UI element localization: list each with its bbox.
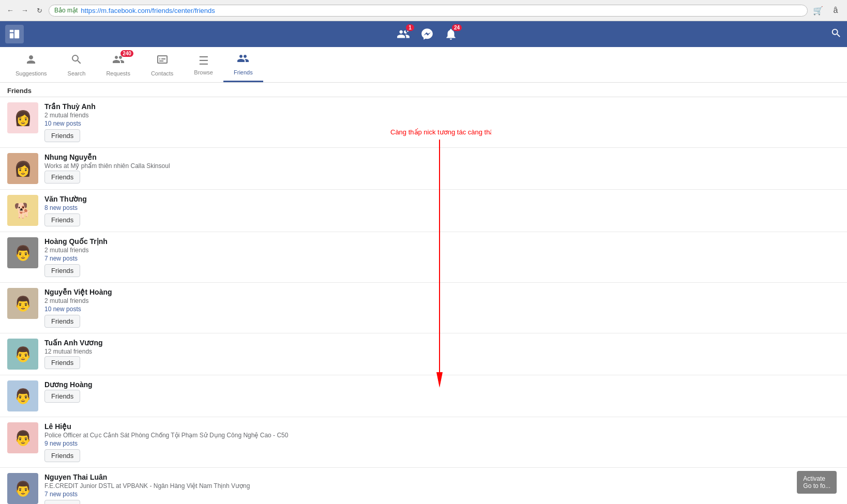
requests-badge: 240 <box>120 50 133 57</box>
friend-item: 👨 Tuấn Anh Vương 12 mutual friends Frien… <box>0 333 847 375</box>
friends-button[interactable]: Friends <box>44 449 80 462</box>
friend-list: 👩 Trần Thuỳ Anh 2 mutual friends 10 new … <box>0 97 847 504</box>
friend-meta: 2 mutual friends <box>44 112 840 119</box>
browse-label: Browse <box>194 69 213 75</box>
friend-new-posts[interactable]: 10 new posts <box>44 120 840 127</box>
friend-new-posts[interactable]: 7 new posts <box>44 491 840 498</box>
address-bar[interactable]: Bảo mật https://m.facebook.com/friends/c… <box>49 5 808 17</box>
friend-item: 👨 Nguyễn Việt Hoàng 2 mutual friends 10 … <box>0 283 847 333</box>
friend-item: 👨 Hoàng Quốc Trịnh 2 mutual friends 7 ne… <box>0 232 847 283</box>
fb-nav: Suggestions Search 240 Requests Contacts… <box>0 47 847 83</box>
messenger-icon[interactable] <box>420 27 434 41</box>
friends-button[interactable]: Friends <box>44 129 80 142</box>
browser-bar: ← → ↻ Bảo mật https://m.facebook.com/fri… <box>0 0 847 21</box>
friends-nav-label: Friends <box>234 69 253 75</box>
friend-avatar: 👩 <box>7 153 38 184</box>
friends-button[interactable]: Friends <box>44 500 80 504</box>
activate-watermark: ActivateGo to fo... <box>797 471 837 494</box>
svg-rect-1 <box>10 33 13 38</box>
notifications-badge: 24 <box>452 24 462 31</box>
friend-info: Nguyen Thai Luân F.E.CREDIT Junior DSTL … <box>44 473 840 504</box>
friend-info: Lê Hiệu Police Officer at Cục Cảnh Sát P… <box>44 422 840 462</box>
friends-button[interactable]: Friends <box>44 171 80 184</box>
ssl-badge: Bảo mật <box>54 7 78 14</box>
friend-name: Tuấn Anh Vương <box>44 339 840 347</box>
nav-search-icon <box>70 53 83 69</box>
requests-label: Requests <box>106 70 130 77</box>
friends-button[interactable]: Friends <box>44 356 80 369</box>
nav-buttons: ← → ↻ <box>4 4 46 17</box>
fb-header-right <box>830 27 842 41</box>
friends-button[interactable]: Friends <box>44 315 80 328</box>
friends-section-header: Friends <box>0 83 847 97</box>
friend-info: Trần Thuỳ Anh 2 mutual friends 10 new po… <box>44 102 840 142</box>
friend-info: Nguyễn Việt Hoàng 2 mutual friends 10 ne… <box>44 288 840 328</box>
browser-chrome: ← → ↻ Bảo mật https://m.facebook.com/fri… <box>0 0 847 21</box>
friends-section-label: Friends <box>7 87 32 95</box>
friend-avatar: 👨 <box>7 237 38 268</box>
friends-button[interactable]: Friends <box>44 264 80 277</box>
header-search-icon[interactable] <box>830 27 842 41</box>
friend-item: 👩 Nhung Nguyễn Works at Mỹ phẩm thiên nh… <box>0 148 847 190</box>
suggestions-label: Suggestions <box>16 70 47 77</box>
contacts-icon <box>156 53 169 69</box>
forward-button[interactable]: → <box>19 4 31 17</box>
friend-new-posts[interactable]: 7 new posts <box>44 255 840 262</box>
friend-info: Tuấn Anh Vương 12 mutual friends Friends <box>44 339 840 369</box>
friend-new-posts[interactable]: 8 new posts <box>44 204 840 211</box>
friend-new-posts[interactable]: 10 new posts <box>44 306 840 313</box>
notifications-icon[interactable]: 24 <box>444 27 458 41</box>
friend-name: Nguyễn Việt Hoàng <box>44 288 840 296</box>
friend-requests-badge: 1 <box>406 24 414 31</box>
friend-meta: Works at Mỹ phẩm thiên nhiên Calla Skins… <box>44 162 840 170</box>
friend-item: 👨 Nguyen Thai Luân F.E.CREDIT Junior DST… <box>0 468 847 504</box>
contacts-label: Contacts <box>151 70 173 77</box>
friend-avatar: 👩 <box>7 102 38 133</box>
friend-item: 👨 Lê Hiệu Police Officer at Cục Cảnh Sát… <box>0 417 847 468</box>
friend-item: 🐕 Văn Thường 8 new posts Friends <box>0 190 847 232</box>
nav-search[interactable]: Search <box>57 47 96 82</box>
friend-meta: 12 mutual friends <box>44 348 840 355</box>
friend-avatar: 👨 <box>7 380 38 411</box>
friend-avatar: 👨 <box>7 422 38 453</box>
friend-new-posts[interactable]: 9 new posts <box>44 440 840 447</box>
friend-item: 👩 Trần Thuỳ Anh 2 mutual friends 10 new … <box>0 97 847 148</box>
friend-avatar: 👨 <box>7 288 38 319</box>
friend-requests-icon[interactable]: + 1 <box>397 27 410 41</box>
fb-header: + 1 24 <box>0 21 847 47</box>
friend-meta: F.E.CREDIT Junior DSTL at VPBANK - Ngân … <box>44 482 840 490</box>
fb-home-button[interactable] <box>5 25 24 43</box>
svg-rect-2 <box>14 30 19 39</box>
friend-name: Văn Thường <box>44 195 840 203</box>
friend-meta: 2 mutual friends <box>44 247 840 254</box>
search-label: Search <box>68 70 86 77</box>
friends-icon <box>237 52 249 68</box>
nav-friends[interactable]: Friends <box>223 47 263 82</box>
nav-browse[interactable]: ☰ Browse <box>184 47 223 82</box>
friends-button[interactable]: Friends <box>44 390 80 403</box>
friend-name: Lê Hiệu <box>44 422 840 431</box>
friends-button[interactable]: Friends <box>44 213 80 226</box>
nav-requests[interactable]: 240 Requests <box>96 47 140 82</box>
friend-meta: Police Officer at Cục Cảnh Sát Phòng Chố… <box>44 432 840 439</box>
friend-name: Nhung Nguyễn <box>44 153 840 161</box>
friend-meta: 2 mutual friends <box>44 297 840 304</box>
friend-info: Hoàng Quốc Trịnh 2 mutual friends 7 new … <box>44 237 840 277</box>
friend-avatar: 👨 <box>7 473 38 504</box>
url-text: https://m.facebook.com/friends/center/fr… <box>81 7 215 14</box>
friend-avatar: 🐕 <box>7 195 38 226</box>
friend-info: Văn Thường 8 new posts Friends <box>44 195 840 226</box>
friend-name: Trần Thuỳ Anh <box>44 102 840 111</box>
profile-button[interactable]: â <box>828 3 843 18</box>
extension-button[interactable]: 🛒 <box>811 3 825 18</box>
nav-suggestions[interactable]: Suggestions <box>5 47 57 82</box>
browser-actions: 🛒 â <box>811 3 843 18</box>
friend-avatar: 👨 <box>7 339 38 370</box>
refresh-button[interactable]: ↻ <box>33 4 46 17</box>
friend-name: Hoàng Quốc Trịnh <box>44 237 840 246</box>
friend-name: Dương Hoàng <box>44 380 840 389</box>
back-button[interactable]: ← <box>4 4 17 17</box>
nav-contacts[interactable]: Contacts <box>141 47 184 82</box>
main-content: Friends 👩 Trần Thuỳ Anh 2 mutual friends… <box>0 83 847 504</box>
friend-item: 👨 Dương Hoàng Friends <box>0 375 847 417</box>
